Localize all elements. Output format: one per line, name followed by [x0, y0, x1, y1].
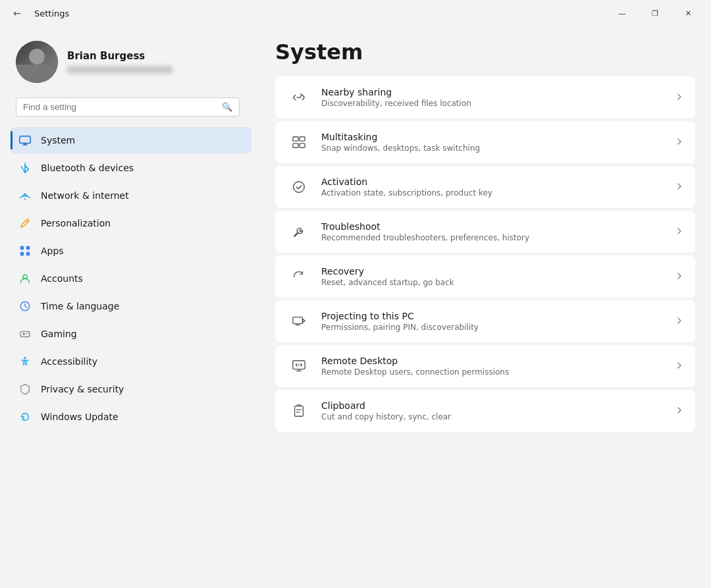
title-bar-title: Settings: [34, 9, 69, 18]
sidebar-item-personalization[interactable]: Personalization: [11, 210, 251, 236]
svg-point-3: [24, 198, 26, 200]
user-name: Brian Burgess: [67, 50, 172, 62]
projecting-chevron: [675, 317, 683, 327]
avatar-image: [16, 41, 58, 83]
settings-item-troubleshoot[interactable]: TroubleshootRecommended troubleshooters,…: [275, 211, 695, 253]
settings-item-remote-desktop[interactable]: Remote DesktopRemote Desktop users, conn…: [275, 345, 695, 387]
sidebar-item-label-network: Network & internet: [41, 190, 129, 201]
accounts-icon: [18, 272, 32, 285]
recovery-desc: Reset, advanced startup, go back: [321, 278, 665, 287]
multitasking-text: MultitaskingSnap windows, desktops, task…: [321, 132, 665, 153]
nearby-sharing-icon: [287, 86, 311, 109]
multitasking-icon: [287, 130, 311, 154]
troubleshoot-title: Troubleshoot: [321, 221, 665, 232]
sidebar-item-time[interactable]: Time & language: [11, 293, 251, 319]
sidebar-item-label-gaming: Gaming: [41, 329, 77, 339]
svg-rect-16: [293, 144, 298, 147]
recovery-chevron: [675, 272, 683, 282]
sidebar-item-label-accessibility: Accessibility: [41, 356, 97, 367]
clipboard-icon: [287, 399, 311, 423]
multitasking-chevron: [675, 138, 683, 147]
back-button[interactable]: ←: [8, 4, 26, 22]
svg-point-13: [24, 357, 26, 359]
clipboard-chevron: [675, 406, 683, 416]
sidebar-item-label-privacy: Privacy & security: [41, 384, 124, 394]
personalization-icon: [18, 217, 32, 230]
minimize-button[interactable]: —: [607, 3, 637, 24]
user-email: [67, 66, 172, 74]
system-icon: [18, 134, 32, 147]
window-controls: — ❐ ✕: [607, 3, 703, 24]
sidebar-item-network[interactable]: Network & internet: [11, 182, 251, 209]
sidebar-item-system[interactable]: System: [11, 127, 251, 153]
remote-desktop-chevron: [675, 361, 683, 371]
title-bar: ← Settings — ❐ ✕: [0, 0, 711, 26]
privacy-icon: [18, 383, 32, 396]
title-bar-left: ← Settings: [8, 4, 69, 22]
search-input[interactable]: [23, 102, 217, 112]
activation-text: ActivationActivation state, subscription…: [321, 176, 665, 198]
svg-rect-17: [300, 144, 305, 147]
settings-item-nearby-sharing[interactable]: Nearby sharingDiscoverability, received …: [275, 76, 695, 119]
settings-list: Nearby sharingDiscoverability, received …: [275, 76, 695, 432]
svg-rect-4: [20, 246, 24, 250]
projecting-title: Projecting to this PC: [321, 311, 665, 321]
svg-rect-14: [293, 137, 298, 141]
maximize-button[interactable]: ❐: [640, 3, 670, 24]
svg-rect-19: [293, 317, 303, 324]
user-section: Brian Burgess: [11, 34, 251, 95]
svg-rect-6: [20, 252, 24, 255]
svg-rect-1: [22, 144, 27, 145]
recovery-title: Recovery: [321, 266, 665, 277]
network-icon: [18, 189, 32, 202]
troubleshoot-desc: Recommended troubleshooters, preferences…: [321, 233, 665, 242]
sidebar: Brian Burgess 🔍 SystemBluetooth & device…: [0, 26, 257, 588]
search-box[interactable]: 🔍: [16, 97, 240, 117]
activation-chevron: [675, 182, 683, 192]
sidebar-item-windows-update[interactable]: Windows Update: [11, 404, 251, 430]
gaming-icon: [18, 327, 32, 340]
nav-list: SystemBluetooth & devicesNetwork & inter…: [11, 127, 251, 430]
troubleshoot-chevron: [675, 227, 683, 237]
activation-desc: Activation state, subscriptions, product…: [321, 188, 665, 198]
settings-item-clipboard[interactable]: ClipboardCut and copy history, sync, cle…: [275, 390, 695, 432]
projecting-icon: [287, 309, 311, 333]
sidebar-item-label-apps: Apps: [41, 246, 64, 256]
svg-rect-15: [300, 137, 305, 141]
troubleshoot-icon: [287, 220, 311, 244]
svg-rect-0: [20, 136, 30, 144]
bluetooth-icon: [18, 161, 32, 174]
nearby-sharing-title: Nearby sharing: [321, 87, 665, 97]
svg-rect-21: [295, 406, 303, 417]
svg-point-12: [28, 333, 29, 334]
sidebar-item-accessibility[interactable]: Accessibility: [11, 348, 251, 375]
remote-desktop-title: Remote Desktop: [321, 356, 665, 366]
activation-title: Activation: [321, 176, 665, 187]
remote-desktop-text: Remote DesktopRemote Desktop users, conn…: [321, 356, 665, 377]
time-icon: [18, 300, 32, 313]
windows-update-icon: [18, 410, 32, 423]
clipboard-title: Clipboard: [321, 400, 665, 411]
settings-item-multitasking[interactable]: MultitaskingSnap windows, desktops, task…: [275, 121, 695, 163]
remote-desktop-desc: Remote Desktop users, connection permiss…: [321, 367, 665, 377]
multitasking-desc: Snap windows, desktops, task switching: [321, 144, 665, 153]
settings-item-activation[interactable]: ActivationActivation state, subscription…: [275, 166, 695, 208]
apps-icon: [18, 244, 32, 257]
sidebar-item-label-windows-update: Windows Update: [41, 412, 118, 422]
settings-item-recovery[interactable]: RecoveryReset, advanced startup, go back: [275, 255, 695, 298]
projecting-desc: Permissions, pairing PIN, discoverabilit…: [321, 323, 665, 332]
sidebar-item-gaming[interactable]: Gaming: [11, 321, 251, 347]
sidebar-item-bluetooth[interactable]: Bluetooth & devices: [11, 155, 251, 181]
svg-point-11: [26, 333, 28, 334]
sidebar-item-label-personalization: Personalization: [41, 218, 111, 228]
clipboard-text: ClipboardCut and copy history, sync, cle…: [321, 400, 665, 421]
main-container: Brian Burgess 🔍 SystemBluetooth & device…: [0, 26, 711, 588]
recovery-icon: [287, 265, 311, 288]
sidebar-item-privacy[interactable]: Privacy & security: [11, 376, 251, 402]
sidebar-item-accounts[interactable]: Accounts: [11, 265, 251, 292]
clipboard-desc: Cut and copy history, sync, clear: [321, 412, 665, 421]
close-button[interactable]: ✕: [673, 3, 703, 24]
settings-item-projecting[interactable]: Projecting to this PCPermissions, pairin…: [275, 300, 695, 342]
sidebar-item-apps[interactable]: Apps: [11, 238, 251, 264]
nearby-sharing-desc: Discoverability, received files location: [321, 99, 665, 108]
